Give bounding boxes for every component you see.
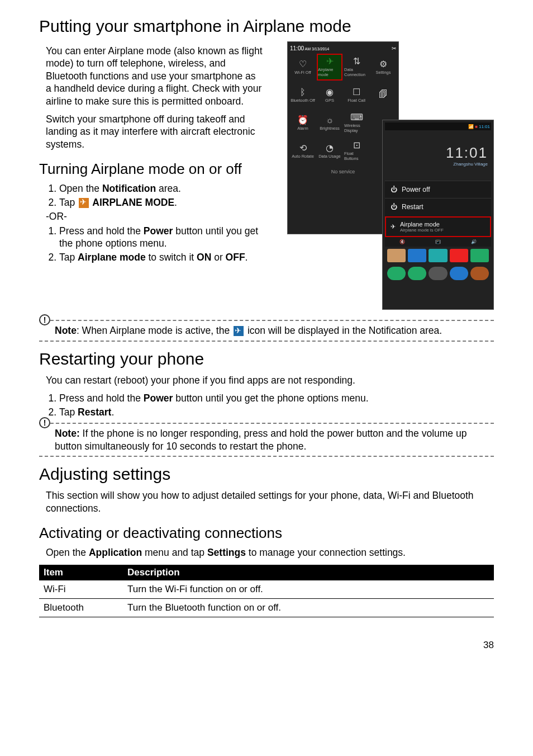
qs-tile-label: GPS <box>325 98 334 103</box>
airplane-mode-row[interactable]: ✈ Airplane mode Airplane mode is OFF <box>385 216 491 237</box>
qs-tile-icon: ⚙ <box>379 60 387 69</box>
airplane-icon: ✈ <box>391 223 396 230</box>
app-icon-1[interactable] <box>408 249 426 262</box>
app-icon-4[interactable] <box>470 249 489 262</box>
qs-tile-6[interactable]: ☐Float Call <box>344 82 369 108</box>
table-cell-desc: Turn the Bluetooth function on or off. <box>123 598 494 617</box>
table-cell-item: Wi-Fi <box>39 580 123 599</box>
app-row <box>385 247 491 264</box>
qs-tile-icon: ⇅ <box>353 57 360 66</box>
vibrate-icon[interactable]: 📳 <box>421 239 455 244</box>
table-row: Wi-FiTurn the Wi-Fi function on or off. <box>39 580 494 599</box>
method-a-list: Open the Notification area. Tap AIRPLANE… <box>46 182 263 209</box>
qs-tile-icon: ᛒ <box>300 88 306 97</box>
intro-section: You can enter Airplane mode (also known … <box>39 41 494 315</box>
sound-mode-row: 🔇 📳 🔊 <box>385 237 491 247</box>
qs-grid: ♡Wi-Fi Off✈Airplane mode⇅Data Connection… <box>290 54 396 164</box>
qs-tile-icon: ⟲ <box>299 144 307 153</box>
or-separator: -OR- <box>46 211 263 223</box>
paragraph-connections-open: Open the Application menu and tap Settin… <box>46 546 494 559</box>
power-options-dialog: ⏻Power off ⏻Restart ✈ Airplane mode Airp… <box>385 181 491 247</box>
method-a-step-1: Open the Notification area. <box>59 182 263 195</box>
qs-tile-label: Data Usage <box>318 154 341 159</box>
qs-tile-icon: ♡ <box>299 60 307 69</box>
note-force-restart: ! Note: If the phone is no longer respon… <box>39 423 494 457</box>
qs-tile-9[interactable]: ☼Brightness <box>317 110 342 136</box>
dock-row <box>385 264 491 282</box>
qs-tile-3[interactable]: ⚙Settings <box>370 54 396 81</box>
note-icon: ! <box>39 417 50 428</box>
qs-tile-14[interactable]: ⊡Float Buttons <box>344 138 369 164</box>
table-header-item: Item <box>39 565 123 580</box>
qs-tile-label: Auto Rotate <box>292 154 314 159</box>
sound-on-icon[interactable]: 🔊 <box>456 239 491 244</box>
app-icon-0[interactable] <box>387 249 406 262</box>
scissors-icon: ✂ <box>392 45 396 51</box>
table-header-description: Description <box>123 565 494 580</box>
qs-tile-13[interactable]: ◔Data Usage <box>317 138 342 164</box>
qs-tile-label: Alarm <box>297 126 308 131</box>
app-icon-3[interactable] <box>450 249 468 262</box>
restart-steps-list: Press and hold the Power button until yo… <box>46 392 494 418</box>
qs-tile-label: Bluetooth Off <box>291 98 315 103</box>
silent-icon[interactable]: 🔇 <box>385 239 420 244</box>
qs-tile-icon: ☼ <box>326 116 334 125</box>
method-b-step-1: Press and hold the Power button until yo… <box>59 225 263 250</box>
qs-tile-label: Float Buttons <box>344 151 369 161</box>
qs-top-bar: 11:00 AM 3/13/2014 ✂ <box>290 44 396 53</box>
heading-restarting: Restarting your phone <box>39 349 494 368</box>
power-icon: ⏻ <box>391 186 397 193</box>
qs-tile-label: Airplane mode <box>318 67 341 77</box>
note-airplane-icon: ! Note: When Airplane mode is active, th… <box>39 320 494 342</box>
connections-table: Item Description Wi-FiTurn the Wi-Fi fun… <box>39 565 494 617</box>
qs-tile-icon: ⌨ <box>350 113 363 122</box>
qs-tile-1[interactable]: ✈Airplane mode <box>317 54 342 81</box>
method-b-step-2: Tap Airplane mode to switch it ON or OFF… <box>59 251 263 263</box>
intro-text-column: You can enter Airplane mode (also known … <box>39 41 263 266</box>
qs-tile-label: Settings <box>375 70 391 75</box>
qs-tile-8[interactable]: ⏰Alarm <box>290 110 316 136</box>
app-icon-2[interactable] <box>429 249 447 262</box>
heading-connections: Activating or deactivating connections <box>39 525 494 542</box>
screenshot-power-menu: 📶■11:01 11:01 Zhangshu Village ⏻Power of… <box>382 120 494 310</box>
messaging-app-icon[interactable] <box>408 267 426 280</box>
qs-tile-5[interactable]: ◉GPS <box>317 82 342 108</box>
restart-step-1: Press and hold the Power button until yo… <box>59 392 494 404</box>
paragraph-switch-off: Switch your smartphone off during takeof… <box>46 113 263 150</box>
qs-tile-0[interactable]: ♡Wi-Fi Off <box>290 54 316 81</box>
camera-app-icon[interactable] <box>470 267 489 280</box>
status-bar: 📶■11:01 <box>385 122 491 130</box>
qs-tile-label: Wireless Display <box>344 123 369 133</box>
qs-tile-4[interactable]: ᛒBluetooth Off <box>290 82 316 108</box>
home-clock: 11:01 Zhangshu Village <box>385 130 491 181</box>
qs-tile-10[interactable]: ⌨Wireless Display <box>344 110 369 136</box>
no-service-label: No service <box>290 169 396 174</box>
power-off-row[interactable]: ⏻Power off <box>385 181 491 198</box>
qs-tile-icon: ⊡ <box>353 141 360 150</box>
apps-drawer-icon[interactable] <box>429 267 447 280</box>
table-cell-desc: Turn the Wi-Fi function on or off. <box>123 580 494 599</box>
figure-screenshots: 11:00 AM 3/13/2014 ✂ ♡Wi-Fi Off✈Airplane… <box>287 41 494 315</box>
restart-step-2: Tap Restart. <box>59 406 494 418</box>
restart-row[interactable]: ⏻Restart <box>385 198 491 215</box>
table-row: BluetoothTurn the Bluetooth function on … <box>39 598 494 617</box>
qs-time: 11:00 AM 3/13/2014 <box>290 45 329 51</box>
airplane-mode-icon <box>79 198 89 208</box>
heading-airplane-mode: Putting your smartphone in Airplane mode <box>39 17 494 36</box>
qs-tile-label: Brightness <box>320 126 339 131</box>
qs-tile-2[interactable]: ⇅Data Connection <box>344 54 369 81</box>
qs-tile-icon: ⏰ <box>297 116 308 125</box>
phone-app-icon[interactable] <box>387 267 406 280</box>
browser-app-icon[interactable] <box>450 267 468 280</box>
qs-tile-12[interactable]: ⟲Auto Rotate <box>290 138 316 164</box>
qs-tile-icon: ◉ <box>326 88 334 97</box>
note-icon: ! <box>39 314 50 325</box>
qs-tile-7[interactable]: 🗐 <box>370 82 396 108</box>
paragraph-airplane-intro: You can enter Airplane mode (also known … <box>46 45 263 107</box>
method-b-list: Press and hold the Power button until yo… <box>46 225 263 263</box>
airplane-status-icon <box>234 326 244 336</box>
qs-tile-label: Data Connection <box>344 67 369 77</box>
method-a-step-2: Tap AIRPLANE MODE. <box>59 196 263 209</box>
page: Putting your smartphone in Airplane mode… <box>0 0 533 662</box>
qs-tile-icon: ✈ <box>326 57 334 66</box>
